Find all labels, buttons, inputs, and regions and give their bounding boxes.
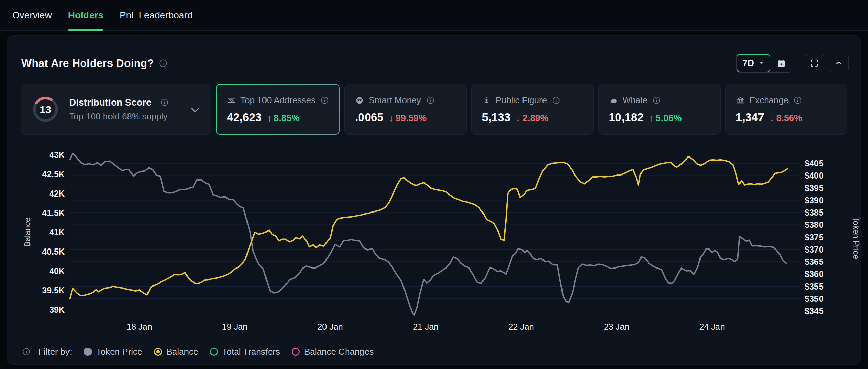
- svg-text:$380: $380: [805, 220, 824, 229]
- balance-marker-icon: [154, 348, 162, 356]
- stat-card-top-100-addresses[interactable]: Top 100 Addresses 42,623 ↑ 8.85%: [216, 84, 340, 135]
- svg-text:39K: 39K: [49, 305, 65, 314]
- svg-text:$395: $395: [805, 183, 824, 193]
- svg-text:24 Jan: 24 Jan: [699, 322, 725, 331]
- holders-activity-chart[interactable]: 43K42.5K42K41.5K41K40.5K40K39.5K39K$405$…: [7, 146, 862, 342]
- stat-card-smart-money[interactable]: Smart Money .0065 ↓ 99.59%: [344, 84, 467, 135]
- top-nav: Overview Holders PnL Leaderboard: [0, 0, 868, 31]
- chart-controls: 7D: [736, 54, 849, 73]
- svg-text:$360: $360: [805, 269, 824, 279]
- chevron-up-icon: [834, 58, 844, 68]
- delta-arrow-icon: ↓: [770, 113, 774, 124]
- stat-delta: 2.89%: [522, 113, 549, 124]
- svg-text:$365: $365: [805, 257, 824, 266]
- info-icon[interactable]: [652, 96, 661, 105]
- delta-arrow-icon: ↑: [267, 113, 272, 124]
- holders-panel: What Are Holders Doing? 7D: [7, 35, 861, 365]
- svg-text:$355: $355: [805, 282, 824, 291]
- svg-text:41.5K: 41.5K: [42, 208, 65, 218]
- legend-label: Balance Changes: [304, 347, 374, 357]
- stat-card-public-figure[interactable]: Public Figure 5,133 ↓ 2.89%: [471, 84, 593, 135]
- timeframe-value: 7D: [742, 58, 754, 69]
- legend-label: Balance: [166, 347, 198, 357]
- banknote-icon: [227, 96, 236, 105]
- stat-value: 10,182: [609, 111, 644, 124]
- stat-value: 1,347: [736, 111, 764, 124]
- calendar-icon: [777, 59, 786, 68]
- timeframe-group: 7D: [736, 54, 792, 73]
- svg-text:Balance: Balance: [23, 218, 32, 247]
- info-icon[interactable]: [426, 96, 435, 105]
- info-icon[interactable]: [160, 98, 169, 107]
- stat-label: Whale: [623, 95, 648, 106]
- legend-label: Token Price: [96, 347, 142, 357]
- stat-card-whale[interactable]: Whale 10,182 ↑ 5.06%: [598, 84, 721, 135]
- svg-text:41K: 41K: [49, 227, 65, 237]
- distribution-score-value: 13: [40, 104, 51, 115]
- svg-text:$345: $345: [805, 306, 824, 316]
- stat-label: Public Figure: [495, 95, 547, 106]
- tab-holders[interactable]: Holders: [68, 0, 103, 30]
- total-transfers-marker-icon: [210, 348, 218, 356]
- distribution-score-card[interactable]: 13 Distribution Score Top 100 hold 68% s…: [21, 84, 211, 135]
- tab-pnl-leaderboard[interactable]: PnL Leaderboard: [120, 0, 193, 30]
- svg-text:40.5K: 40.5K: [42, 247, 65, 256]
- svg-text:42.5K: 42.5K: [42, 169, 65, 179]
- chevron-down-icon: [757, 59, 765, 67]
- stat-card-exchange[interactable]: Exchange 1,347 ↓ 8.56%: [725, 84, 847, 135]
- svg-text:42K: 42K: [49, 189, 65, 198]
- svg-text:39.5K: 39.5K: [42, 285, 65, 295]
- info-icon[interactable]: [320, 96, 329, 105]
- info-icon[interactable]: [22, 347, 31, 356]
- stat-delta: 5.06%: [656, 113, 682, 124]
- stat-value: 42,623: [227, 111, 262, 124]
- distribution-score-gauge: 13: [31, 95, 60, 124]
- svg-text:$390: $390: [805, 196, 824, 205]
- legend-label: Total Transfers: [222, 347, 280, 357]
- title-info-icon[interactable]: [159, 59, 168, 68]
- legend-item-token-price[interactable]: Token Price: [84, 347, 142, 357]
- svg-text:40K: 40K: [49, 266, 65, 276]
- page-title: What Are Holders Doing?: [21, 57, 154, 70]
- public-figure-icon: [482, 96, 491, 105]
- distribution-score-label: Distribution Score: [69, 97, 152, 108]
- svg-text:18 Jan: 18 Jan: [126, 322, 152, 331]
- chevron-down-icon[interactable]: [191, 104, 199, 112]
- legend-item-balance-changes[interactable]: Balance Changes: [292, 347, 374, 357]
- svg-text:43K: 43K: [49, 150, 65, 160]
- info-icon[interactable]: [793, 96, 802, 105]
- stat-delta: 8.85%: [274, 113, 300, 124]
- info-icon[interactable]: [552, 96, 560, 105]
- fullscreen-button[interactable]: [805, 54, 824, 72]
- delta-arrow-icon: ↑: [649, 113, 654, 124]
- svg-text:23 Jan: 23 Jan: [604, 322, 629, 331]
- svg-text:20 Jan: 20 Jan: [317, 322, 343, 331]
- svg-text:22 Jan: 22 Jan: [508, 322, 534, 331]
- svg-text:$375: $375: [805, 233, 824, 242]
- svg-text:$385: $385: [805, 208, 824, 217]
- chart-filter-legend: Filter by: Token Price Balance Total Tra…: [22, 344, 374, 359]
- bank-icon: [736, 96, 745, 105]
- delta-arrow-icon: ↓: [389, 113, 394, 124]
- svg-text:21 Jan: 21 Jan: [413, 322, 438, 331]
- distribution-score-subtitle: Top 100 hold 68% supply: [69, 111, 169, 122]
- tab-overview[interactable]: Overview: [12, 0, 52, 30]
- legend-item-balance[interactable]: Balance: [154, 347, 198, 357]
- stat-value: .0065: [355, 111, 383, 124]
- whale-icon: [609, 96, 618, 105]
- stat-label: Top 100 Addresses: [240, 95, 315, 106]
- svg-text:Token Price: Token Price: [852, 217, 861, 259]
- timeframe-dropdown[interactable]: 7D: [737, 54, 770, 72]
- svg-text:19 Jan: 19 Jan: [222, 322, 248, 331]
- filter-by-label: Filter by:: [38, 347, 72, 357]
- svg-text:$350: $350: [805, 294, 824, 303]
- stat-value: 5,133: [482, 111, 510, 124]
- stat-label: Exchange: [749, 95, 789, 106]
- collapse-button[interactable]: [829, 54, 849, 72]
- stat-cards-row: 13 Distribution Score Top 100 hold 68% s…: [21, 84, 847, 135]
- calendar-button[interactable]: [770, 54, 792, 72]
- legend-item-total-transfers[interactable]: Total Transfers: [210, 347, 280, 357]
- delta-arrow-icon: ↓: [516, 113, 520, 124]
- balance-changes-marker-icon: [292, 348, 300, 356]
- stat-delta: 8.56%: [776, 113, 802, 124]
